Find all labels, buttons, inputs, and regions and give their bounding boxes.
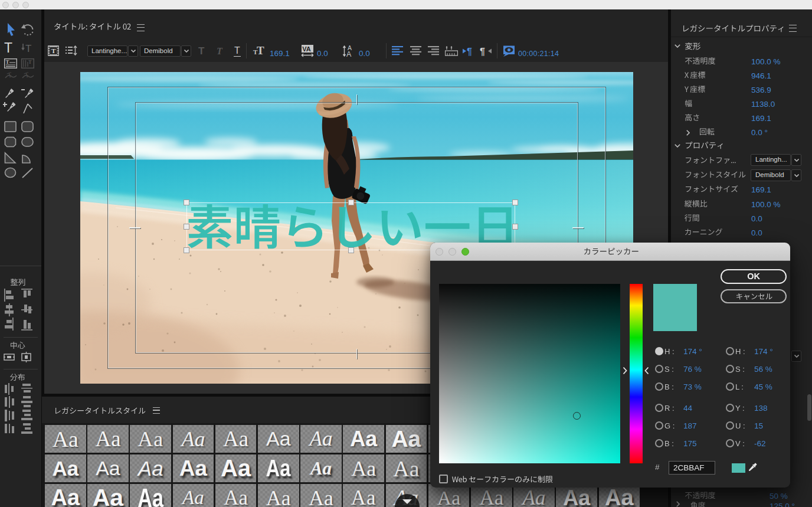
svg-text:¶: ¶ [467,47,472,56]
svg-text:T: T [24,70,31,80]
svg-text:T: T [6,59,9,65]
svg-text:T: T [6,70,14,80]
svg-text:A: A [346,50,352,58]
svg-text:T: T [28,59,32,65]
svg-text:¶: ¶ [480,47,485,56]
svg-text:T: T [51,47,56,54]
svg-text:VA: VA [302,45,311,53]
svg-text:T: T [25,43,31,54]
